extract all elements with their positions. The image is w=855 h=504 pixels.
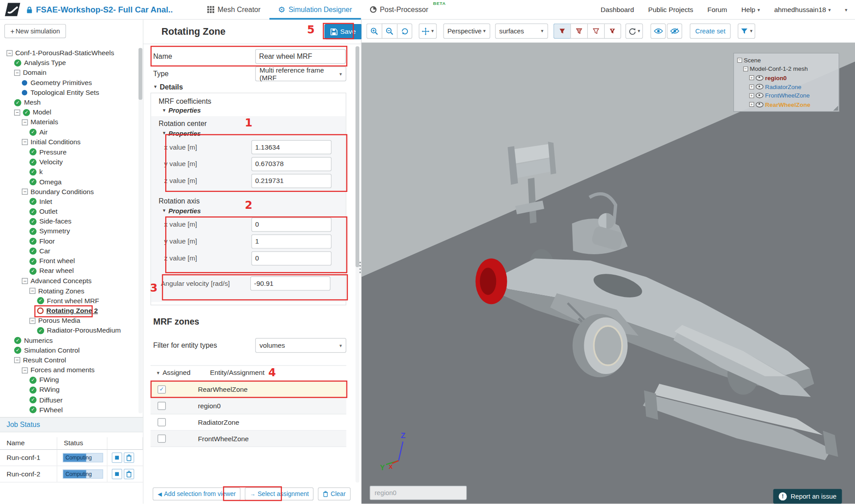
- create-set-button[interactable]: Create set: [690, 24, 731, 39]
- nav-public-projects[interactable]: Public Projects: [648, 6, 693, 13]
- tab-post-processor[interactable]: Post-Processor BETA: [361, 0, 447, 19]
- sidebar-item-radiator-porousmedium[interactable]: ✓Radiator-PorousMedium: [0, 325, 138, 335]
- sidebar-item-porous-media[interactable]: −Porous Media: [0, 316, 138, 325]
- collapse-icon[interactable]: −: [22, 189, 28, 195]
- assigned-column-header[interactable]: Assigned: [163, 369, 191, 377]
- visibility-eye-icon[interactable]: [756, 84, 763, 89]
- show-hidden-button[interactable]: [667, 24, 682, 39]
- sidebar-item-omega[interactable]: ✓Omega: [0, 177, 138, 187]
- fit-view-button[interactable]: [397, 24, 412, 39]
- property-input[interactable]: [251, 140, 331, 154]
- sidebar-item-fwheel[interactable]: ✓FWheel: [0, 405, 138, 415]
- angular-velocity-input[interactable]: [250, 276, 330, 291]
- viewer-selection-input[interactable]: [370, 486, 467, 500]
- property-input[interactable]: [251, 218, 331, 232]
- pick-volumes-button[interactable]: [604, 24, 621, 39]
- property-input[interactable]: [251, 235, 331, 249]
- sidebar-scrollbar[interactable]: [138, 48, 142, 413]
- collapse-icon[interactable]: −: [22, 367, 28, 373]
- new-simulation-button[interactable]: + New simulation: [4, 24, 66, 38]
- pick-faces-button[interactable]: [553, 24, 570, 39]
- collapse-icon[interactable]: −: [14, 358, 20, 363]
- sidebar-item-rotating-zones[interactable]: −Rotating Zones: [0, 286, 138, 296]
- save-button[interactable]: Save: [325, 24, 362, 39]
- collapse-icon[interactable]: −: [14, 110, 20, 115]
- sidebar-item-side-faces[interactable]: ✓Side-faces: [0, 216, 138, 226]
- add-selection-button[interactable]: ◀ Add selection from viewer: [153, 488, 241, 500]
- sidebar-item-numerics[interactable]: ✓Numerics: [0, 336, 138, 345]
- clear-button[interactable]: Clear: [318, 488, 350, 500]
- name-input[interactable]: [255, 49, 346, 64]
- filter-button[interactable]: ▾: [738, 24, 755, 39]
- tab-simulation-designer[interactable]: ⚙ Simulation Designer: [269, 0, 361, 19]
- sidebar-item-pressure[interactable]: ✓Pressure: [0, 147, 138, 157]
- scene-node-rearwheelzone[interactable]: +RearWheelZone: [734, 100, 839, 109]
- collapse-icon[interactable]: −: [7, 50, 12, 56]
- zoom-out-button[interactable]: [382, 24, 397, 39]
- nav-help-menu[interactable]: Help▾: [741, 6, 760, 13]
- stop-job-button[interactable]: [112, 452, 122, 463]
- scene-node-scene[interactable]: −Scene: [734, 56, 839, 65]
- scene-node-frontwheelzone[interactable]: +FrontWheelZone: [734, 91, 839, 100]
- sidebar-item-materials[interactable]: −Materials: [0, 118, 138, 127]
- panel-resize-handle[interactable]: [358, 255, 362, 279]
- rotate-view-button[interactable]: ▾: [625, 24, 643, 39]
- property-input[interactable]: [251, 157, 331, 171]
- user-menu[interactable]: ahmedhussain18▾: [774, 6, 831, 13]
- sidebar-item-mesh[interactable]: ✓Mesh: [0, 98, 138, 107]
- collapse-icon[interactable]: −: [743, 66, 748, 71]
- expand-icon[interactable]: +: [749, 75, 754, 80]
- sidebar-item-boundary-conditions[interactable]: −Boundary Conditions: [0, 187, 138, 197]
- property-input[interactable]: [251, 174, 331, 188]
- sidebar-item-advanced-concepts[interactable]: −Advanced Concepts: [0, 276, 138, 286]
- collapse-icon[interactable]: −: [22, 119, 28, 125]
- assigned-checkbox[interactable]: [158, 402, 166, 410]
- sidebar-item-car[interactable]: ✓Car: [0, 246, 138, 256]
- sidebar-item-initial-conditions[interactable]: −Initial Conditions: [0, 137, 138, 147]
- resize-corner[interactable]: [833, 105, 838, 110]
- collapse-icon[interactable]: −: [29, 288, 35, 294]
- expand-icon[interactable]: +: [749, 102, 754, 107]
- sidebar-item-forces-and-moments[interactable]: −Forces and moments: [0, 365, 138, 375]
- pick-edges-button[interactable]: [570, 24, 587, 39]
- nav-dashboard[interactable]: Dashboard: [601, 6, 634, 13]
- scene-node-radiatorzone[interactable]: +RadiatorZone: [734, 82, 839, 91]
- assigned-checkbox[interactable]: ✓: [158, 386, 166, 394]
- sidebar-item-rwing[interactable]: ✓RWing: [0, 385, 138, 395]
- visibility-eye-icon[interactable]: [756, 93, 763, 98]
- render-style-select[interactable]: surfaces ▾: [495, 24, 548, 39]
- zoom-in-button[interactable]: [366, 24, 382, 39]
- mrf-zone-row-rearwheelzone[interactable]: ✓RearWheelZone: [151, 382, 346, 398]
- select-assignment-button[interactable]: → Select assignment: [245, 488, 314, 500]
- nav-forum[interactable]: Forum: [708, 6, 727, 13]
- sidebar-item-front-wheel[interactable]: ✓Front wheel: [0, 256, 138, 266]
- sidebar-item-symmetry[interactable]: ✓Symmetry: [0, 227, 138, 236]
- sidebar-item-conf-1-porousrad-staticwheels[interactable]: −Conf-1-PorousRad-StaticWheels: [0, 48, 138, 58]
- expand-icon[interactable]: +: [749, 93, 754, 98]
- delete-job-button[interactable]: [124, 469, 134, 479]
- properties-toggle[interactable]: ▼ Properties: [162, 129, 339, 137]
- mrf-zone-row-region0[interactable]: region0: [151, 398, 346, 415]
- project-title[interactable]: FSAE-Workshop-S2- Full Car Anal...: [36, 5, 172, 14]
- scrollbar-thumb[interactable]: [138, 48, 142, 100]
- hide-selection-button[interactable]: [651, 24, 666, 39]
- camera-mode-select[interactable]: Perspective ▾: [443, 24, 490, 39]
- collapse-icon[interactable]: −: [737, 57, 742, 62]
- type-select[interactable]: Multi reference frame (MRF ▾: [255, 66, 346, 81]
- assigned-checkbox[interactable]: [158, 418, 166, 426]
- visibility-eye-icon[interactable]: [756, 102, 763, 107]
- simscale-logo[interactable]: [4, 2, 21, 17]
- collapse-icon[interactable]: −: [22, 139, 28, 145]
- collapse-icon[interactable]: −: [14, 70, 20, 76]
- sidebar-item-front-wheel-mrf[interactable]: ✓Front wheel MRF: [0, 296, 138, 306]
- visibility-eye-icon[interactable]: [756, 75, 763, 81]
- mrf-zone-row-radiatorzone[interactable]: RadiatorZone: [151, 415, 346, 431]
- sidebar-item-analysis-type[interactable]: ✓Analysis Type: [0, 58, 138, 68]
- properties-toggle[interactable]: ▼ Properties: [162, 207, 339, 215]
- tab-mesh-creator[interactable]: Mesh Creator: [199, 0, 269, 19]
- pick-vertices-button[interactable]: [587, 24, 604, 39]
- delete-job-button[interactable]: [124, 452, 134, 463]
- mrf-zone-row-frontwheelzone[interactable]: FrontWheelZone: [151, 431, 346, 447]
- sidebar-item-k[interactable]: ✓k: [0, 167, 138, 177]
- scrollbar-thumb[interactable]: [355, 46, 359, 267]
